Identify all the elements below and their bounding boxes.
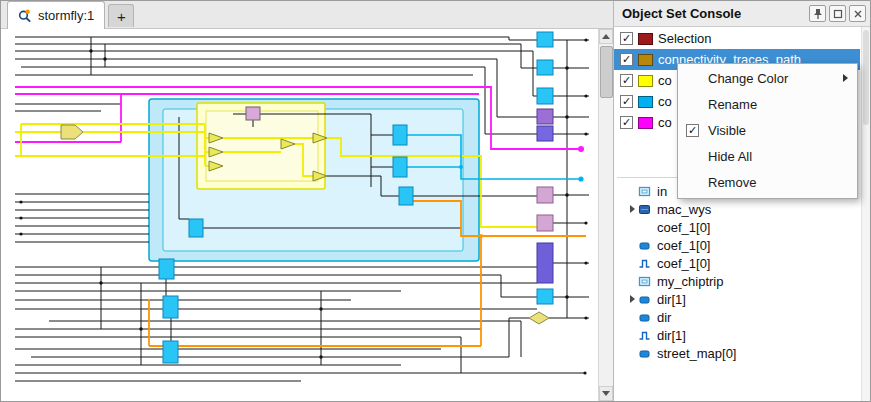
tree-item-label: my_chiptrip — [657, 274, 723, 289]
submenu-arrow-icon — [843, 74, 848, 82]
color-swatch[interactable] — [638, 96, 653, 108]
float-button[interactable] — [829, 5, 846, 22]
float-icon — [832, 8, 844, 20]
purple-block — [537, 109, 553, 124]
color-swatch[interactable] — [638, 75, 653, 87]
menu-item-hide-all[interactable]: Hide All — [678, 144, 857, 170]
arrow-down-icon — [602, 391, 610, 396]
instance-icon — [638, 203, 653, 216]
close-button[interactable] — [849, 5, 866, 22]
canvas-vertical-scrollbar[interactable] — [598, 29, 613, 401]
visibility-checkbox[interactable]: ✓ — [620, 95, 633, 108]
schematic-search-icon — [18, 9, 32, 23]
tree-item-label: in — [657, 184, 667, 199]
menu-item-rename[interactable]: Rename — [678, 92, 857, 118]
panel-scrollbar-thumb[interactable] — [863, 30, 869, 125]
tree-item-label: street_map[0] — [657, 346, 737, 361]
visibility-checkbox[interactable]: ✓ — [620, 53, 633, 66]
tree-item[interactable]: dir[1] — [614, 290, 860, 308]
tab-stormfly[interactable]: stormfly:1 — [7, 1, 105, 29]
scroll-down-button[interactable] — [599, 386, 613, 401]
check-icon: ✓ — [688, 125, 697, 136]
menu-item-visible[interactable]: ✓ Visible — [678, 118, 857, 144]
expander-spacer — [626, 239, 638, 251]
cyan-terminal — [578, 176, 583, 181]
diamond-gate-right — [529, 312, 549, 324]
wave-icon — [638, 257, 653, 270]
pin-icon — [812, 8, 824, 20]
diamond-gate-left — [61, 125, 83, 139]
tree-item-label: coef_1[0] — [657, 220, 711, 235]
expander-spacer — [626, 347, 638, 359]
tree-item[interactable]: coef_1[0] — [614, 254, 860, 272]
port-icon — [638, 239, 653, 252]
color-swatch[interactable] — [638, 54, 653, 66]
visibility-checkbox[interactable]: ✓ — [620, 32, 633, 45]
tree-item[interactable]: street_map[0] — [614, 344, 860, 362]
visibility-checkbox[interactable]: ✓ — [620, 116, 633, 129]
expander-icon[interactable] — [626, 203, 638, 215]
object-set-label: co — [658, 115, 672, 130]
wave-icon — [638, 329, 653, 342]
tree-item[interactable]: dir — [614, 308, 860, 326]
menu-item-label: Remove — [708, 175, 756, 190]
new-tab-button[interactable]: + — [108, 4, 134, 27]
context-menu: Change Color Rename ✓ Visible Hide All R… — [677, 63, 858, 199]
arrow-up-icon — [602, 34, 610, 39]
color-swatch[interactable] — [638, 117, 653, 129]
tree-item-label: mac_wys — [657, 202, 711, 217]
tree-item[interactable]: dir[1] — [614, 326, 860, 344]
menu-item-label: Visible — [708, 123, 746, 138]
violet-tall-block — [537, 243, 553, 283]
pink-cell — [246, 107, 260, 120]
tree-item[interactable]: coef_1[0] — [614, 218, 860, 236]
tree-item-label: dir[1] — [657, 292, 686, 307]
check-icon: ✓ — [622, 33, 631, 44]
object-set-label: Selection — [658, 31, 711, 46]
panel-title: Object Set Console — [622, 6, 806, 21]
expander-spacer — [626, 311, 638, 323]
port-icon — [638, 311, 653, 324]
plus-icon: + — [117, 8, 126, 25]
object-set-row[interactable]: ✓ Selection — [614, 28, 860, 49]
panel-header: Object Set Console — [614, 1, 870, 27]
expander-spacer — [626, 221, 638, 233]
module-icon — [638, 185, 653, 198]
schematic-canvas[interactable] — [1, 29, 598, 401]
menu-item-label: Rename — [708, 97, 757, 112]
tab-bar: stormfly:1 + — [1, 1, 613, 29]
object-set-label: co — [658, 73, 672, 88]
menu-item-label: Hide All — [708, 149, 752, 164]
close-icon — [852, 8, 864, 20]
check-icon: ✓ — [622, 75, 631, 86]
expander-spacer — [626, 275, 638, 287]
schematic-svg — [1, 29, 598, 401]
expander-spacer — [626, 257, 638, 269]
check-icon: ✓ — [622, 117, 631, 128]
port-icon — [638, 347, 653, 360]
tree-item[interactable]: my_chiptrip — [614, 272, 860, 290]
visibility-checkbox[interactable]: ✓ — [620, 74, 633, 87]
panel-scrollbar[interactable] — [861, 27, 870, 401]
port-icon — [638, 293, 653, 306]
pin-button[interactable] — [809, 5, 826, 22]
expander-icon[interactable] — [626, 293, 638, 305]
tree-item-label: coef_1[0] — [657, 238, 711, 253]
tree-item[interactable]: mac_wys — [614, 200, 860, 218]
plum-block-2 — [537, 215, 553, 231]
scrollbar-thumb[interactable] — [600, 46, 613, 98]
expander-spacer — [626, 329, 638, 341]
menu-item-change-color[interactable]: Change Color — [678, 66, 857, 92]
check-icon: ✓ — [622, 54, 631, 65]
tree-item-label: coef_1[0] — [657, 256, 711, 271]
color-swatch[interactable] — [638, 33, 653, 45]
tree-item-label: dir[1] — [657, 328, 686, 343]
menu-item-remove[interactable]: Remove — [678, 170, 857, 196]
plum-block-1 — [537, 187, 553, 203]
check-icon: ✓ — [622, 96, 631, 107]
cyan-junction — [459, 165, 463, 169]
visible-checkbox[interactable]: ✓ — [686, 124, 699, 137]
tree-item[interactable]: coef_1[0] — [614, 236, 860, 254]
orange-junction — [479, 234, 483, 238]
scroll-up-button[interactable] — [599, 29, 613, 44]
